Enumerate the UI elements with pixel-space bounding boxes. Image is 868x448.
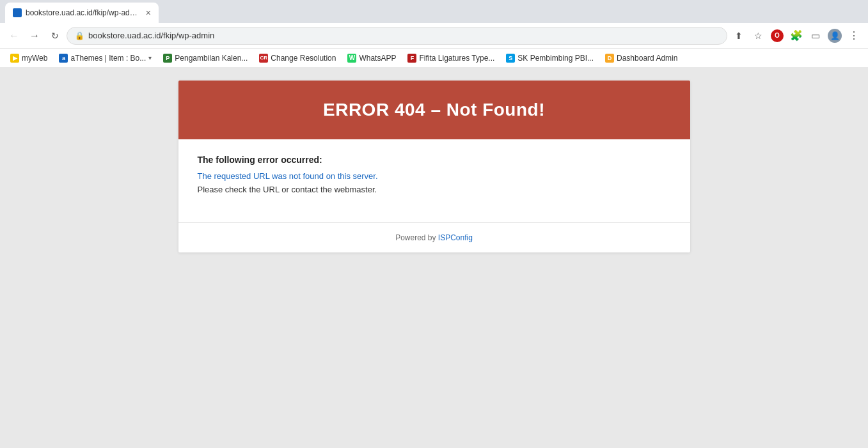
extensions-button[interactable]: 🧩: [787, 27, 805, 45]
active-tab[interactable]: bookstore.uad.ac.id/fkip/wp-admin ×: [5, 3, 159, 23]
share-icon: ⬆: [735, 31, 743, 41]
error-check-message: Please check the URL or contact the webm…: [198, 185, 671, 194]
bookmark-label-fifita: Fifita Ligatures Type...: [419, 54, 494, 63]
footer-powered-text: Powered by: [395, 233, 438, 242]
bookmark-favicon-sk-pembimbing: S: [506, 54, 515, 63]
error-title: ERROR 404 – Not Found!: [191, 100, 677, 120]
bookmark-label-whatsapp: WhatsAPP: [359, 54, 396, 63]
browser-frame: bookstore.uad.ac.id/fkip/wp-admin × ← → …: [0, 0, 868, 448]
bookmark-whatsapp[interactable]: W WhatsAPP: [342, 52, 401, 65]
back-button[interactable]: ←: [5, 27, 23, 45]
bookmark-sk-pembimbing[interactable]: S SK Pembimbing PBI...: [501, 52, 599, 65]
bookmark-label-pengambilan: Pengambilan Kalen...: [175, 54, 248, 63]
menu-button[interactable]: ⋮: [845, 27, 863, 45]
address-bar[interactable]: 🔒 bookstore.uad.ac.id/fkip/wp-admin: [67, 27, 727, 45]
bookmark-dashboard-admin[interactable]: D Dashboard Admin: [600, 52, 683, 65]
share-button[interactable]: ⬆: [730, 27, 748, 45]
forward-button[interactable]: →: [26, 27, 43, 45]
address-text: bookstore.uad.ac.id/fkip/wp-admin: [88, 31, 719, 40]
bookmark-favicon-athemes: a: [59, 54, 68, 63]
lock-icon: 🔒: [75, 31, 84, 40]
bookmark-label-change-resolution: Change Resolution: [271, 54, 336, 63]
profile-icon: 👤: [828, 29, 842, 43]
error-body: The following error occurred: The reques…: [178, 139, 690, 222]
bookmark-myweb[interactable]: ▶ myWeb: [5, 52, 52, 65]
opera-icon: O: [771, 29, 784, 42]
tab-title: bookstore.uad.ac.id/fkip/wp-admin: [26, 8, 139, 17]
tab-bar: bookstore.uad.ac.id/fkip/wp-admin ×: [0, 0, 868, 23]
profile-button[interactable]: 👤: [826, 27, 844, 45]
error-container: ERROR 404 – Not Found! The following err…: [178, 81, 690, 252]
bookmark-change-resolution[interactable]: CR Change Resolution: [254, 52, 341, 65]
error-occurred-label: The following error occurred:: [198, 155, 671, 165]
puzzle-icon: 🧩: [790, 29, 803, 42]
ispconfig-link[interactable]: ISPConfig: [438, 233, 473, 242]
error-header: ERROR 404 – Not Found!: [178, 81, 690, 139]
error-footer: Powered by ISPConfig: [178, 222, 690, 252]
nav-bar: ← → ↻ 🔒 bookstore.uad.ac.id/fkip/wp-admi…: [0, 23, 868, 49]
chevron-down-icon: ▾: [148, 54, 152, 61]
bookmark-label-athemes: aThemes | Item : Bo...: [70, 54, 146, 63]
bookmark-favicon-change-resolution: CR: [259, 54, 268, 63]
cast-button[interactable]: ▭: [807, 27, 825, 45]
bookmark-label-myweb: myWeb: [22, 54, 47, 63]
opera-icon-button[interactable]: O: [768, 27, 786, 45]
bookmark-star-button[interactable]: ☆: [749, 27, 767, 45]
reload-button[interactable]: ↻: [46, 27, 64, 45]
bookmark-athemes[interactable]: a aThemes | Item : Bo... ▾: [54, 52, 157, 65]
bookmarks-bar: ▶ myWeb a aThemes | Item : Bo... ▾ P Pen…: [0, 49, 868, 68]
menu-icon: ⋮: [849, 29, 859, 42]
cast-icon: ▭: [811, 30, 820, 42]
bookmark-favicon-dashboard-admin: D: [605, 54, 614, 63]
page-content: ERROR 404 – Not Found! The following err…: [0, 68, 868, 448]
bookmark-favicon-pengambilan: P: [163, 54, 172, 63]
error-url-message: The requested URL was not found on this …: [198, 171, 671, 181]
bookmark-favicon-myweb: ▶: [10, 54, 19, 63]
tab-close-button[interactable]: ×: [146, 8, 151, 18]
bookmark-label-dashboard-admin: Dashboard Admin: [617, 54, 677, 63]
bookmark-favicon-fifita: F: [407, 54, 416, 63]
bookmark-fifita[interactable]: F Fifita Ligatures Type...: [402, 52, 500, 65]
bookmark-label-sk-pembimbing: SK Pembimbing PBI...: [517, 54, 594, 63]
bookmark-favicon-whatsapp: W: [347, 54, 356, 63]
nav-right-icons: ⬆ ☆ O 🧩 ▭ 👤 ⋮: [730, 27, 863, 45]
star-icon: ☆: [754, 31, 762, 41]
bookmark-pengambilan[interactable]: P Pengambilan Kalen...: [158, 52, 253, 65]
tab-favicon: [13, 8, 22, 17]
